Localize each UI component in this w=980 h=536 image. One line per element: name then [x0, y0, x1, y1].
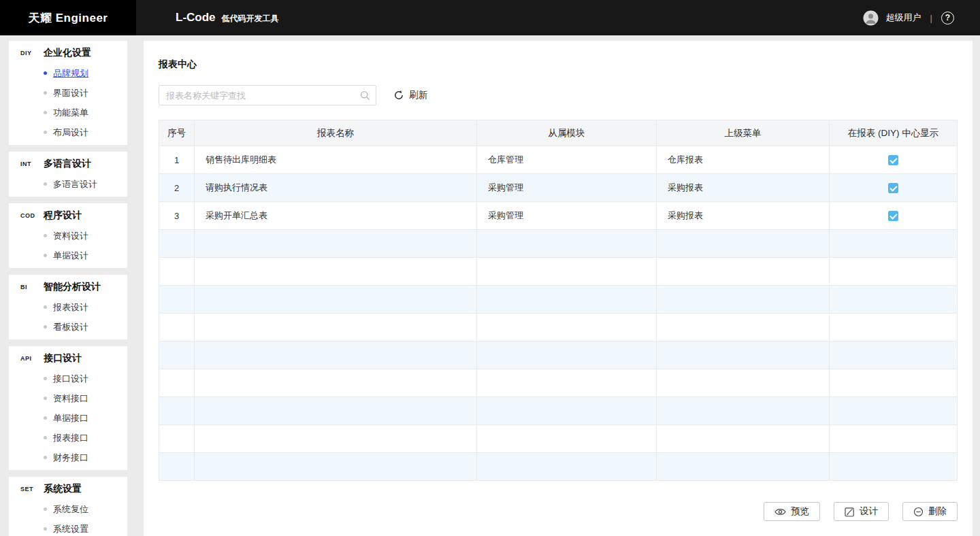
- bullet-icon: [44, 397, 47, 400]
- sidebar-item[interactable]: 报表接口: [9, 428, 127, 448]
- sidebar-item-label: 多语言设计: [53, 178, 97, 190]
- sidebar-item[interactable]: 看板设计: [9, 317, 127, 337]
- sidebar-group-header: BI 智能分析设计: [9, 277, 127, 297]
- empty-cell: [657, 425, 830, 453]
- search-icon[interactable]: [360, 90, 370, 103]
- sidebar-item-label: 系统复位: [53, 503, 88, 516]
- sidebar-group: DIY 企业化设置 品牌规划 界面设计 功能菜单 布局设计: [9, 41, 127, 145]
- cell-module: 仓库管理: [477, 146, 657, 174]
- empty-cell: [657, 286, 830, 314]
- empty-cell: [159, 453, 195, 481]
- sidebar-item[interactable]: 资料接口: [9, 388, 127, 408]
- empty-cell: [477, 230, 657, 258]
- sidebar-group-tag: DIY: [20, 50, 44, 56]
- empty-cell: [830, 453, 958, 481]
- bullet-icon: [44, 305, 47, 309]
- empty-cell: [195, 230, 477, 258]
- bullet-icon: [44, 111, 47, 114]
- action-button-label: 设计: [860, 505, 878, 518]
- sidebar-group-title: 程序设计: [44, 210, 82, 222]
- display-checkbox[interactable]: [888, 183, 898, 193]
- empty-table-row: [159, 369, 958, 397]
- sidebar-item[interactable]: 功能菜单: [9, 103, 127, 122]
- sidebar-item[interactable]: 布局设计: [9, 122, 127, 142]
- minus-circle-icon: [913, 507, 924, 517]
- bullet-icon: [44, 131, 47, 134]
- sidebar-item[interactable]: 品牌规划: [9, 63, 127, 83]
- bullet-icon: [44, 71, 47, 75]
- empty-cell: [195, 369, 477, 397]
- sidebar-item-label: 系统设置: [53, 523, 88, 535]
- sidebar-item[interactable]: 界面设计: [9, 83, 127, 103]
- sidebar-item[interactable]: 报表设计: [9, 297, 127, 317]
- sidebar-group: BI 智能分析设计 报表设计 看板设计: [9, 275, 127, 339]
- empty-table-row: [159, 230, 958, 258]
- action-button-label: 删除: [928, 505, 947, 518]
- empty-table-row: [159, 341, 958, 369]
- sidebar-group: API 接口设计 接口设计 资料接口 单据接口 报表接口 财务接口: [9, 346, 127, 470]
- sidebar-item[interactable]: 系统复位: [9, 499, 127, 519]
- table-row[interactable]: 1销售待出库明细表仓库管理仓库报表: [159, 146, 958, 174]
- preview-button[interactable]: 预览: [764, 502, 820, 521]
- sidebar-group-title: 系统设置: [44, 483, 82, 495]
- column-header: 在报表 (DIY) 中心显示: [830, 120, 958, 146]
- empty-cell: [477, 397, 657, 425]
- sidebar-item[interactable]: 财务接口: [9, 448, 127, 467]
- empty-cell: [159, 425, 195, 453]
- app-name: L-Code: [176, 11, 216, 24]
- search-box: [159, 85, 376, 105]
- sidebar-item-label: 报表接口: [53, 432, 88, 444]
- sidebar-group-header: SET 系统设置: [9, 479, 127, 499]
- sidebar-item-label: 界面设计: [53, 87, 88, 99]
- sidebar-item[interactable]: 资料设计: [9, 226, 127, 246]
- column-header: 报表名称: [195, 120, 477, 146]
- eye-icon: [774, 507, 786, 516]
- empty-cell: [477, 425, 657, 453]
- user-avatar-icon[interactable]: [863, 10, 879, 26]
- display-checkbox[interactable]: [888, 211, 898, 221]
- sidebar-item[interactable]: 单据设计: [9, 246, 127, 265]
- table-row[interactable]: 3采购开单汇总表采购管理采购报表: [159, 202, 958, 230]
- bullet-icon: [44, 91, 47, 95]
- empty-cell: [159, 314, 195, 341]
- empty-cell: [830, 230, 958, 258]
- display-checkbox[interactable]: [888, 155, 898, 165]
- brand-logo: 天耀 Engineer: [0, 0, 136, 35]
- sidebar-item-label: 品牌规划: [53, 67, 88, 80]
- empty-table-row: [159, 425, 958, 453]
- sidebar-item[interactable]: 系统设置: [9, 519, 127, 536]
- empty-cell: [830, 397, 958, 425]
- page-title: 报表中心: [159, 58, 958, 71]
- sidebar-item-label: 单据设计: [53, 250, 88, 262]
- sidebar-item[interactable]: 多语言设计: [9, 174, 127, 194]
- report-table: 序号报表名称从属模块上级菜单在报表 (DIY) 中心显示 1销售待出库明细表仓库…: [159, 120, 958, 481]
- empty-cell: [159, 258, 195, 286]
- sidebar-group-tag: INT: [20, 161, 44, 167]
- empty-cell: [477, 258, 657, 286]
- empty-cell: [477, 453, 657, 481]
- username: 超级用户: [886, 12, 921, 24]
- table-row[interactable]: 2请购执行情况表采购管理采购报表: [159, 174, 958, 202]
- sidebar-item[interactable]: 接口设计: [9, 369, 127, 388]
- empty-table-row: [159, 453, 958, 481]
- refresh-label: 刷新: [409, 89, 427, 101]
- sidebar-item[interactable]: 单据接口: [9, 408, 127, 428]
- empty-cell: [159, 397, 195, 425]
- cell-display: [830, 202, 958, 230]
- refresh-button[interactable]: 刷新: [393, 89, 427, 101]
- action-bar: 预览设计删除: [159, 502, 958, 521]
- design-button[interactable]: 设计: [834, 502, 889, 521]
- help-icon[interactable]: ?: [941, 12, 954, 24]
- empty-table-row: [159, 286, 958, 314]
- sidebar-group-tag: BI: [20, 284, 44, 290]
- bullet-icon: [44, 436, 47, 439]
- sidebar: DIY 企业化设置 品牌规划 界面设计 功能菜单 布局设计 INT 多语言设计 …: [0, 35, 136, 536]
- column-header: 上级菜单: [657, 120, 830, 146]
- sidebar-item-label: 单据接口: [53, 412, 88, 424]
- delete-button[interactable]: 删除: [902, 502, 958, 521]
- sidebar-item-label: 财务接口: [53, 452, 88, 464]
- search-input[interactable]: [159, 85, 376, 105]
- empty-cell: [830, 286, 958, 314]
- empty-cell: [830, 314, 958, 341]
- empty-cell: [159, 230, 195, 258]
